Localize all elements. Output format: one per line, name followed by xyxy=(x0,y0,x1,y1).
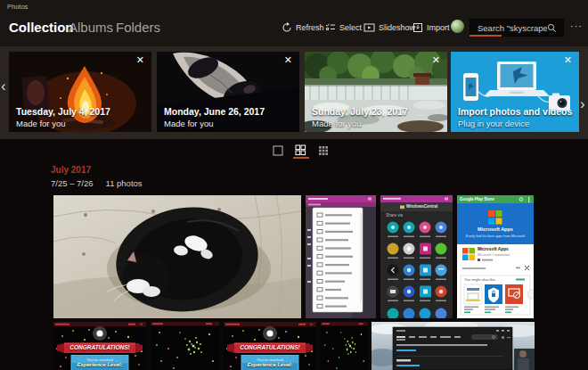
import-button[interactable]: Import xyxy=(412,21,450,34)
congrats-line2: Experience Level: xyxy=(224,362,316,367)
photo-game-congratulations-1[interactable]: CONGRATULATIONS! You've reached Experien… xyxy=(53,322,146,370)
cat-photo-art xyxy=(53,195,301,318)
dismiss-card-icon[interactable]: ✕ xyxy=(136,54,144,66)
congrats-banner-text: CONGRATULATIONS! xyxy=(53,344,146,350)
play-store-banner-title: Microsoft Apps xyxy=(457,226,534,232)
photo-screenshot-store-clouds[interactable] xyxy=(372,322,535,370)
carousel-card-june26[interactable]: ✕ Monday, June 26, 2017 Made for you xyxy=(157,52,299,132)
fireworks-art xyxy=(321,322,368,370)
play-store-suggest-label: You might also like xyxy=(464,277,495,282)
card-subtitle: Made for you xyxy=(164,119,213,128)
store-window-screenshot-art xyxy=(372,322,535,370)
slideshow-icon xyxy=(363,22,375,33)
refresh-button[interactable]: Refresh xyxy=(282,21,324,34)
card-title: Monday, June 26, 2017 xyxy=(164,106,265,117)
tab-folders[interactable]: Folders xyxy=(116,20,160,35)
dismiss-card-icon[interactable]: ✕ xyxy=(564,54,572,66)
search-box[interactable] xyxy=(470,19,564,37)
play-store-app-name: Microsoft Apps xyxy=(478,247,509,251)
carousel-card-july23[interactable]: ✕ Sunday, July 23, 2017 Made for you xyxy=(305,52,447,132)
see-more-button[interactable]: ··· xyxy=(570,21,583,31)
congrats-line2: Experience Level: xyxy=(53,362,146,367)
card-title: Import photos and videos xyxy=(458,106,572,117)
account-avatar[interactable] xyxy=(451,20,464,33)
import-label: Import xyxy=(427,23,450,32)
carousel-card-import[interactable]: ✕ Import photos and videos Plug in your … xyxy=(451,52,579,132)
photo-game-fireworks-1[interactable] xyxy=(151,322,219,370)
slideshow-button[interactable]: Slideshow xyxy=(363,21,415,34)
card-title: Tuesday, July 4, 2017 xyxy=(16,106,110,117)
photo-count: 11 photos xyxy=(106,178,143,188)
card-subtitle: Made for you xyxy=(16,119,65,128)
photo-screenshot-play-store[interactable]: Google Play Store Microsoft Apps Easily … xyxy=(457,195,534,318)
select-icon xyxy=(325,22,336,33)
card-subtitle: Plug in your device xyxy=(458,119,529,128)
dismiss-card-icon[interactable]: ✕ xyxy=(432,54,440,66)
date-range: 7/25 – 7/26 xyxy=(51,178,94,188)
play-store-banner-subtitle: Easily find the best apps from Microsoft xyxy=(457,234,534,238)
carousel-prev-button[interactable]: ‹ xyxy=(1,78,6,94)
select-button[interactable]: Select xyxy=(325,21,362,34)
search-icon xyxy=(547,23,557,33)
play-store-screenshot-art xyxy=(457,195,534,318)
slideshow-label: Slideshow xyxy=(379,23,415,32)
search-input[interactable] xyxy=(470,23,547,33)
dismiss-card-icon[interactable]: ✕ xyxy=(284,54,292,66)
grid-2x2-icon xyxy=(295,144,306,156)
share-screenshot-header: WindowsCentral xyxy=(406,204,437,209)
share-screenshot-title: Share via xyxy=(386,213,403,218)
window-title: Photos xyxy=(7,3,28,11)
play-store-appbar-title: Google Play Store xyxy=(460,197,494,201)
month-header[interactable]: July 2017 xyxy=(51,165,91,175)
refresh-label: Refresh xyxy=(296,23,324,32)
import-icon xyxy=(412,22,423,33)
carousel-card-july4[interactable]: ✕ Tuesday, July 4, 2017 Made for you xyxy=(9,52,151,132)
card-title: Sunday, July 23, 2017 xyxy=(312,106,408,117)
photo-screenshot-share-sheet[interactable]: WindowsCentral Share via xyxy=(380,195,453,318)
photo-game-congratulations-2[interactable]: CONGRATULATIONS! You've reached Experien… xyxy=(224,322,316,370)
tab-albums[interactable]: Albums xyxy=(69,20,113,35)
file-list-screenshot-art xyxy=(306,195,376,318)
select-label: Select xyxy=(339,23,362,32)
photos-app-window: Photos Collection Albums Folders Refresh… xyxy=(0,0,588,370)
photo-cat[interactable] xyxy=(53,195,301,318)
view-toggle-large[interactable] xyxy=(273,144,283,160)
tab-collection[interactable]: Collection xyxy=(9,20,74,35)
view-toggle-small[interactable] xyxy=(318,144,329,160)
card-subtitle: Made for you xyxy=(312,119,361,128)
photo-screenshot-file-list[interactable] xyxy=(306,195,376,318)
congrats-banner-text: CONGRATULATIONS! xyxy=(224,344,316,350)
photo-game-fireworks-2[interactable] xyxy=(321,322,368,370)
search-accent-underline xyxy=(470,35,502,37)
play-store-publisher: Microsoft Corporation xyxy=(478,253,510,257)
view-toggle-accent-underline xyxy=(293,157,309,159)
grid-3x3-icon xyxy=(318,145,329,156)
section-meta: 7/25 – 7/26 11 photos xyxy=(51,178,143,188)
refresh-icon xyxy=(282,22,292,33)
fireworks-art xyxy=(151,322,219,370)
carousel-next-button[interactable]: › xyxy=(580,96,585,111)
single-square-icon xyxy=(273,145,283,156)
